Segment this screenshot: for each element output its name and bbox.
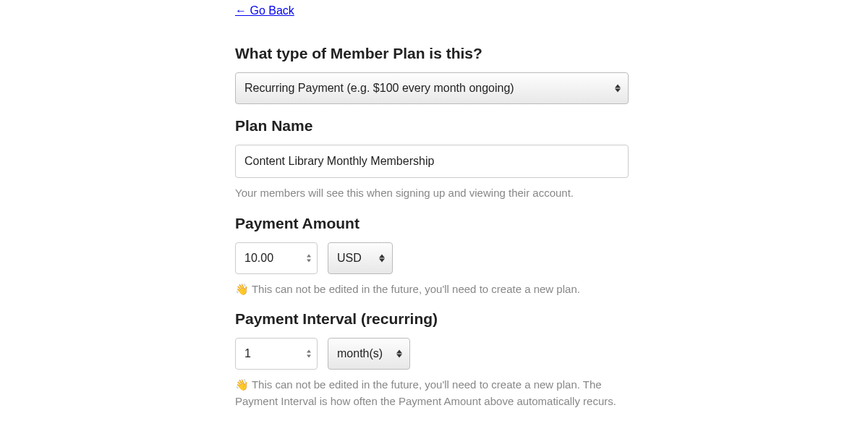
plan-name-input[interactable]: Content Library Monthly Membership	[235, 145, 629, 178]
plan-name-label: Plan Name	[235, 117, 631, 135]
currency-select[interactable]: USD	[328, 242, 393, 274]
stepper-icon	[307, 350, 311, 358]
payment-amount-input[interactable]: 10.00	[235, 242, 318, 274]
interval-unit-value: month(s)	[337, 347, 383, 360]
plan-type-label: What type of Member Plan is this?	[235, 45, 631, 62]
plan-type-value: Recurring Payment (e.g. $100 every month…	[244, 82, 514, 95]
payment-amount-label: Payment Amount	[235, 215, 631, 232]
payment-interval-value: 1	[244, 347, 251, 360]
currency-value: USD	[337, 252, 362, 265]
select-arrows-icon	[615, 85, 621, 93]
payment-interval-input[interactable]: 1	[235, 338, 318, 370]
select-arrows-icon	[396, 350, 402, 358]
select-arrows-icon	[379, 254, 385, 262]
payment-interval-helper: 👋 This can not be edited in the future, …	[235, 377, 631, 409]
interval-unit-select[interactable]: month(s)	[328, 338, 410, 370]
stepper-icon	[307, 254, 311, 262]
plan-name-helper: Your members will see this when signing …	[235, 185, 631, 202]
payment-amount-helper: 👋 This can not be edited in the future, …	[235, 281, 631, 298]
payment-interval-label: Payment Interval (recurring)	[235, 310, 631, 328]
plan-type-select[interactable]: Recurring Payment (e.g. $100 every month…	[235, 72, 629, 104]
go-back-link[interactable]: ← Go Back	[235, 4, 294, 17]
payment-amount-value: 10.00	[244, 252, 273, 265]
plan-name-value: Content Library Monthly Membership	[244, 155, 434, 168]
